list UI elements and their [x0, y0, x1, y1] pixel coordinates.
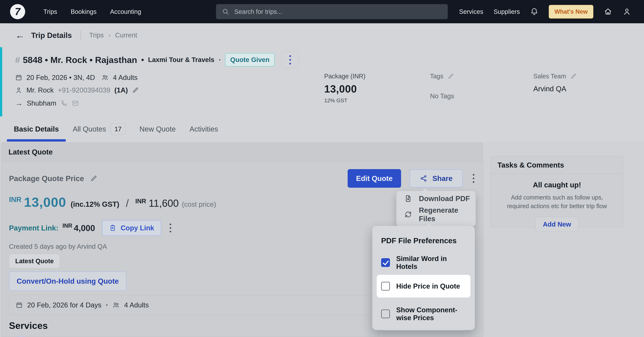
tab-all-quotes[interactable]: All Quotes 17: [66, 116, 132, 142]
pref-hide-price-row[interactable]: Hide Price in Quote: [377, 275, 470, 297]
services-heading: Services: [9, 320, 48, 331]
trip-details-page: 7 Trips Bookings Accounting Services Sup…: [0, 0, 644, 337]
package-quote-price-label: Package Quote Price: [9, 174, 84, 183]
share-button[interactable]: Share: [410, 169, 463, 188]
quote-date-pax: 4 Adults: [124, 301, 149, 309]
trip-title: 5848 • Mr. Rock • Rajasthan: [23, 55, 137, 65]
share-dropdown-menu: Download PDF Regenerate Files: [396, 191, 476, 227]
brand-logo[interactable]: 7: [10, 4, 25, 19]
assigned-arrow-icon: →: [15, 99, 23, 108]
breadcrumb: Trips › Current: [89, 32, 137, 39]
home-icon[interactable]: [604, 8, 612, 16]
primary-nav: Trips Bookings Accounting: [44, 8, 141, 15]
accommodation-row: Accommodation: [9, 336, 100, 337]
contact-pax-count: (1A): [114, 86, 128, 94]
nav-item-suppliers[interactable]: Suppliers: [494, 8, 520, 15]
pdf-preferences-popup: PDF File Preferences Similar Word in Hot…: [372, 226, 475, 330]
tasks-comments-panel: Tasks & Comments All caught up! Add comm…: [490, 156, 624, 228]
pref-similar-word-row[interactable]: Similar Word in Hotels: [381, 255, 466, 270]
nav-item-accounting[interactable]: Accounting: [110, 8, 141, 15]
title-bullet: •: [141, 55, 144, 64]
quote-created-text: Created 5 days ago by Arvind QA: [9, 243, 107, 250]
component-prices-label: Show Component-wise Prices: [396, 306, 466, 322]
trip-contact-row: Mr. Rock +91-9200394039 (1A): [15, 86, 139, 94]
sales-team-value: Arvind QA: [533, 85, 577, 93]
trip-summary: # 5848 • Mr. Rock • Rajasthan • Laxmi To…: [0, 47, 644, 116]
whats-new-button[interactable]: What's New: [549, 5, 593, 19]
pref-component-prices-row[interactable]: Show Component-wise Prices: [381, 306, 466, 322]
search-input[interactable]: [234, 8, 442, 16]
quote-more-menu-button[interactable]: [471, 172, 476, 184]
price-currency: INR: [9, 195, 22, 204]
hide-price-checkbox[interactable]: [381, 282, 390, 290]
back-arrow-icon[interactable]: ←: [16, 31, 24, 40]
accommodation-bed-icon: [9, 336, 33, 337]
user-profile-icon[interactable]: [622, 8, 631, 16]
edit-contact-pencil-icon[interactable]: [132, 87, 139, 94]
hide-price-label: Hide Price in Quote: [396, 282, 460, 290]
payment-link-label: Payment Link:: [9, 224, 58, 232]
travellers-icon: [112, 301, 120, 309]
page-header: ← Trip Details Trips › Current: [0, 23, 644, 47]
package-label: Package (INR): [324, 73, 366, 80]
edit-tags-pencil-icon[interactable]: [448, 73, 454, 80]
file-download-icon: [404, 194, 412, 203]
generate-pdf-button[interactable]: Generate PDF: [381, 330, 466, 337]
breadcrumb-current[interactable]: Current: [115, 32, 137, 39]
breadcrumb-trips[interactable]: Trips: [89, 32, 104, 39]
contact-phone: +91-9200394039: [58, 86, 110, 94]
copy-link-button[interactable]: Copy Link: [102, 220, 161, 236]
sales-team-label: Sales Team: [533, 73, 566, 80]
tags-value: No Tags: [430, 92, 454, 100]
price-value: 13,000: [24, 195, 66, 210]
payment-currency: INR: [62, 222, 72, 229]
date-bullet: •: [106, 302, 108, 308]
package-stat: Package (INR) 13,000 12% GST: [324, 73, 366, 104]
share-icon: [420, 175, 427, 182]
tab-activities[interactable]: Activities: [182, 116, 225, 142]
calendar-icon: [16, 301, 23, 309]
package-value: 13,000: [324, 83, 366, 95]
nav-right: Services Suppliers What's New: [459, 0, 631, 23]
edit-sales-team-pencil-icon[interactable]: [570, 73, 577, 80]
trip-agency: Laxmi Tour & Travels: [148, 56, 214, 64]
quote-actions: Edit Quote Share: [348, 169, 476, 188]
add-new-comment-button[interactable]: Add New: [536, 217, 578, 232]
menu-item-download-pdf[interactable]: Download PDF: [396, 194, 476, 203]
payment-amount: 4,000: [74, 223, 95, 233]
nav-item-bookings[interactable]: Bookings: [70, 8, 96, 15]
nav-item-trips[interactable]: Trips: [44, 8, 57, 15]
trip-handler-row: → Shubham: [15, 99, 139, 108]
component-prices-checkbox[interactable]: [381, 309, 390, 318]
menu-item-regenerate-files[interactable]: Regenerate Files: [396, 206, 476, 223]
edit-price-pencil-icon[interactable]: [90, 175, 97, 182]
latest-quote-header: Latest Quote: [2, 143, 483, 162]
similar-word-checkbox[interactable]: [381, 258, 390, 267]
all-quotes-count-badge: 17: [110, 123, 126, 135]
email-icon[interactable]: [72, 100, 79, 107]
tab-new-quote[interactable]: New Quote: [132, 116, 182, 142]
price-gst-note: (inc.12% GST): [70, 200, 119, 208]
tab-basic-details[interactable]: Basic Details: [7, 116, 66, 142]
price-separator: /: [126, 197, 128, 209]
edit-quote-button[interactable]: Edit Quote: [348, 169, 401, 188]
trip-dates: 20 Feb, 2026 • 3N, 4D: [26, 74, 95, 82]
trip-search[interactable]: [216, 4, 448, 19]
latest-quote-chip: Latest Quote: [9, 254, 60, 268]
search-icon: [222, 8, 229, 15]
status-badge[interactable]: Quote Given: [225, 53, 275, 67]
copy-link-label: Copy Link: [121, 224, 154, 232]
cost-price-note: (cost price): [182, 200, 216, 208]
share-label: Share: [432, 174, 452, 183]
trip-tabs: Basic Details All Quotes 17 New Quote Ac…: [0, 116, 644, 142]
notifications-bell-icon[interactable]: [530, 8, 538, 16]
trip-more-menu-button[interactable]: [282, 51, 298, 68]
nav-item-services[interactable]: Services: [459, 8, 483, 15]
package-gst: 12% GST: [324, 97, 366, 104]
payment-more-menu-button[interactable]: [168, 222, 173, 234]
call-icon[interactable]: [60, 100, 68, 107]
tasks-description: Add comments such as follow ups, require…: [500, 193, 614, 210]
convert-onhold-button[interactable]: Convert/On-Hold using Quote: [9, 271, 126, 291]
similar-word-label: Similar Word in Hotels: [396, 255, 466, 270]
trip-dates-row: 20 Feb, 2026 • 3N, 4D 4 Adults: [15, 74, 139, 82]
